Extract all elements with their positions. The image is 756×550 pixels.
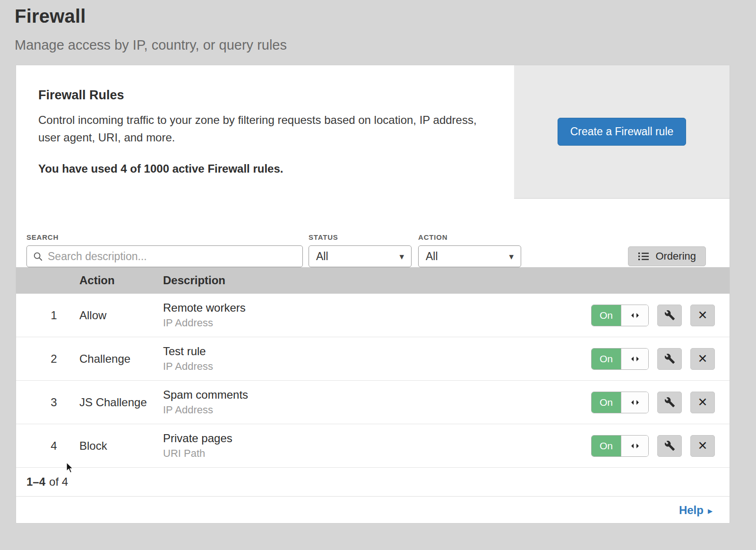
toggle-arrows-icon bbox=[630, 399, 640, 406]
rules-summary-text: Firewall Rules Control incoming traffic … bbox=[16, 65, 514, 199]
rule-description: Private pages bbox=[163, 432, 591, 445]
wrench-icon bbox=[664, 397, 675, 408]
toggle-handle[interactable] bbox=[621, 305, 648, 326]
firewall-rules-card: Firewall Rules Control incoming traffic … bbox=[16, 65, 730, 524]
rule-enabled-toggle[interactable]: On bbox=[591, 305, 649, 326]
create-firewall-rule-button[interactable]: Create a Firewall rule bbox=[558, 118, 687, 146]
search-label: SEARCH bbox=[26, 233, 303, 241]
delete-rule-button[interactable]: ✕ bbox=[690, 348, 715, 370]
rule-description-cell: Test rule IP Address bbox=[163, 345, 591, 373]
rule-priority: 3 bbox=[16, 396, 79, 409]
toggle-handle[interactable] bbox=[621, 392, 648, 413]
ordering-list-icon bbox=[638, 252, 649, 261]
action-selected-value: All bbox=[426, 250, 438, 263]
help-row: Help ▸ bbox=[16, 496, 730, 524]
close-icon: ✕ bbox=[698, 396, 708, 408]
rule-controls: On ✕ bbox=[591, 392, 730, 413]
rules-description: Control incoming traffic to your zone by… bbox=[38, 111, 487, 146]
rule-controls: On ✕ bbox=[591, 305, 730, 326]
table-header-row: Action Description bbox=[16, 267, 730, 294]
status-label: STATUS bbox=[309, 233, 412, 241]
chevron-down-icon: ▾ bbox=[399, 251, 404, 262]
close-icon: ✕ bbox=[698, 440, 708, 452]
help-arrow-icon: ▸ bbox=[708, 505, 713, 516]
rule-action: Challenge bbox=[79, 352, 163, 366]
toggle-handle[interactable] bbox=[621, 349, 648, 369]
edit-rule-button[interactable] bbox=[657, 305, 682, 326]
filters-bar: SEARCH STATUS All ▾ ACTION All ▾ bbox=[16, 199, 730, 267]
wrench-icon bbox=[664, 353, 675, 364]
action-select[interactable]: All ▾ bbox=[418, 245, 521, 267]
rule-action: Allow bbox=[79, 309, 163, 322]
wrench-icon bbox=[664, 310, 675, 321]
help-link[interactable]: Help ▸ bbox=[679, 504, 713, 517]
table-row: 3 JS Challenge Spam comments IP Address … bbox=[16, 381, 730, 424]
table-row: 2 Challenge Test rule IP Address On bbox=[16, 337, 730, 381]
help-link-label: Help bbox=[679, 504, 704, 517]
rule-priority: 2 bbox=[16, 352, 79, 366]
rule-enabled-toggle[interactable]: On bbox=[591, 392, 649, 413]
close-icon: ✕ bbox=[698, 353, 708, 365]
status-filter-group: STATUS All ▾ bbox=[309, 233, 412, 267]
delete-rule-button[interactable]: ✕ bbox=[690, 305, 715, 326]
rules-section-title: Firewall Rules bbox=[38, 88, 495, 103]
toggle-state-label: On bbox=[592, 436, 621, 456]
action-filter-group: ACTION All ▾ bbox=[418, 233, 521, 267]
pagination-total: of 4 bbox=[49, 475, 68, 489]
rule-description-cell: Private pages URI Path bbox=[163, 432, 591, 460]
rule-priority: 1 bbox=[16, 309, 79, 322]
rule-controls: On ✕ bbox=[591, 435, 730, 457]
rule-description-cell: Remote workers IP Address bbox=[163, 301, 591, 329]
create-rule-panel: Create a Firewall rule bbox=[514, 65, 730, 199]
rule-enabled-toggle[interactable]: On bbox=[591, 435, 649, 457]
edit-rule-button[interactable] bbox=[657, 392, 682, 413]
chevron-down-icon: ▾ bbox=[509, 251, 514, 262]
ordering-button-label: Ordering bbox=[655, 250, 696, 262]
status-select[interactable]: All ▾ bbox=[309, 245, 412, 267]
delete-rule-button[interactable]: ✕ bbox=[690, 435, 715, 457]
page-title: Firewall bbox=[15, 6, 756, 27]
wrench-icon bbox=[664, 440, 675, 451]
action-column-header: Action bbox=[79, 274, 163, 287]
rule-match-field: IP Address bbox=[163, 360, 591, 373]
toggle-state-label: On bbox=[592, 305, 621, 326]
rule-description: Spam comments bbox=[163, 388, 591, 402]
edit-rule-button[interactable] bbox=[657, 348, 682, 370]
delete-rule-button[interactable]: ✕ bbox=[690, 392, 715, 413]
toggle-arrows-icon bbox=[630, 442, 640, 450]
page-subtitle: Manage access by IP, country, or query r… bbox=[15, 37, 756, 53]
description-column-header: Description bbox=[163, 274, 730, 287]
toggle-state-label: On bbox=[592, 349, 621, 369]
status-selected-value: All bbox=[316, 250, 328, 263]
toggle-arrows-icon bbox=[630, 312, 640, 319]
rule-description: Remote workers bbox=[163, 301, 591, 314]
ordering-button[interactable]: Ordering bbox=[628, 246, 706, 266]
search-filter-group: SEARCH bbox=[26, 233, 303, 267]
rule-match-field: URI Path bbox=[163, 447, 591, 460]
toggle-arrows-icon bbox=[630, 355, 640, 363]
rule-match-field: IP Address bbox=[163, 317, 591, 329]
pagination-row: 1–4 of 4 bbox=[16, 468, 730, 496]
rule-action: Block bbox=[79, 439, 163, 453]
pagination-range: 1–4 bbox=[26, 475, 45, 489]
rules-usage-note: You have used 4 of 1000 active Firewall … bbox=[38, 162, 495, 175]
table-row: 1 Allow Remote workers IP Address On bbox=[16, 294, 730, 337]
search-icon bbox=[33, 251, 43, 262]
rules-summary-section: Firewall Rules Control incoming traffic … bbox=[16, 65, 730, 199]
page-header: Firewall Manage access by IP, country, o… bbox=[0, 0, 756, 53]
action-label: ACTION bbox=[418, 233, 521, 241]
rule-match-field: IP Address bbox=[163, 404, 591, 416]
rule-description: Test rule bbox=[163, 345, 591, 358]
rule-priority: 4 bbox=[16, 439, 79, 453]
toggle-handle[interactable] bbox=[621, 436, 648, 456]
table-row: 4 Block Private pages URI Path On ✕ bbox=[16, 424, 730, 468]
edit-rule-button[interactable] bbox=[657, 435, 682, 457]
rule-action: JS Challenge bbox=[79, 396, 163, 409]
rule-controls: On ✕ bbox=[591, 348, 730, 370]
close-icon: ✕ bbox=[698, 309, 708, 321]
toggle-state-label: On bbox=[592, 392, 621, 413]
rule-description-cell: Spam comments IP Address bbox=[163, 388, 591, 416]
rule-enabled-toggle[interactable]: On bbox=[591, 348, 649, 370]
search-input[interactable] bbox=[26, 245, 303, 267]
